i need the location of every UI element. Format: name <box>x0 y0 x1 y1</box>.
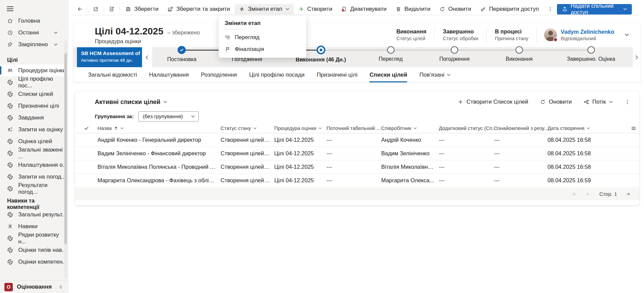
sidebar-item-assessment-procedures[interactable]: Процедури оцінки <box>0 64 68 76</box>
sidebar-item-home[interactable]: Головна <box>0 15 68 27</box>
column-header-status[interactable]: Статус стану <box>221 125 274 132</box>
tab-general[interactable]: Загальні відомості <box>88 67 137 82</box>
tab-distribution[interactable]: Розподілення <box>201 67 237 82</box>
cell-name[interactable]: Віталія Миколаївна Полянська - Провідний… <box>97 164 221 170</box>
sidebar-item-profile-goals[interactable]: Цілі профілю пос... <box>0 76 68 88</box>
flow-button[interactable]: Потік <box>583 99 613 105</box>
tab-settings[interactable]: Налаштування <box>149 67 189 82</box>
sidebar-item-assessment-settings[interactable]: Налаштування о... <box>0 159 68 171</box>
cell-extra-status: --- <box>439 177 494 184</box>
column-label: Поточний табельний ... <box>327 125 381 131</box>
cell-employee[interactable]: Андрій Коченко <box>381 137 439 143</box>
sidebar-scrollbar-thumb[interactable] <box>64 53 67 244</box>
table-row[interactable]: Маргарита Олександрова - Фахівець з облі… <box>75 174 639 187</box>
column-header-acknowledged[interactable]: Ознайомлений з резу... <box>494 125 548 132</box>
stage-pogodzhennya-2[interactable]: Погодження <box>439 46 470 62</box>
sidebar-item-development-rows[interactable]: Рядки розвитку н... <box>0 232 68 244</box>
bpf-next-stages-button[interactable] <box>632 47 641 67</box>
stage-vykonannya-2[interactable]: Виконання <box>506 46 533 62</box>
refresh-button[interactable]: Оновити <box>435 4 476 14</box>
table-row[interactable]: Віталія Миколаївна Полянська - Провідний… <box>75 160 639 174</box>
more-commands-button[interactable] <box>543 4 557 14</box>
cell-current-tab: --- <box>327 177 381 184</box>
check-access-button[interactable]: Перевірити доступ <box>476 4 543 14</box>
tab-profile-goals[interactable]: Цілі профілю посади <box>249 67 305 82</box>
menu-item-preview[interactable]: Перегляд <box>219 31 306 43</box>
delete-button[interactable]: Видалити <box>391 4 435 14</box>
group-by-select[interactable]: (без групування) <box>138 111 199 122</box>
sidebar-item-assigned-goals[interactable]: Призначені цілі <box>0 100 68 112</box>
chevron-down-icon[interactable] <box>54 43 58 47</box>
column-header-current-tab[interactable]: Поточний табельний ... <box>327 125 381 132</box>
open-in-new-window-button[interactable] <box>89 4 103 14</box>
sidebar-item-skill-type-ratings[interactable]: Оцінки типів нав... <box>0 244 68 256</box>
sidebar-item-weighted-totals[interactable]: Загальні зважені ... <box>0 147 68 159</box>
sidebar-item-label: Загальні результ... <box>18 211 66 218</box>
table-header-row: Назва Статус стану Процедура оцінки Пото… <box>75 123 639 133</box>
menu-item-finalize[interactable]: Фіналізація <box>219 43 306 55</box>
subgrid-more-button[interactable] <box>624 99 631 105</box>
sidebar-item-assessment-requests[interactable]: Запити на оцінку <box>0 124 68 135</box>
stat-goal-status: Виконання Статус цілей <box>388 27 435 43</box>
column-header-created[interactable]: Дата створення <box>548 125 630 132</box>
select-all-column-header[interactable] <box>75 126 97 131</box>
sidebar-item-recent[interactable]: Останні <box>0 27 68 38</box>
cell-procedure[interactable]: Цілі 04-12.2025 <box>274 164 327 170</box>
sidebar-item-pinned[interactable]: Закріплено <box>0 38 68 50</box>
view-selector[interactable]: Активні списки цілей <box>95 98 167 106</box>
sidebar-item-goal-lists[interactable]: Списки цілей <box>0 88 68 100</box>
first-page-button[interactable] <box>572 192 577 196</box>
subgrid-refresh-button[interactable]: Оновити <box>540 99 572 105</box>
cell-employee[interactable]: Маргарита Олекса... <box>381 177 439 184</box>
owner-field[interactable]: Vadym Zelinichenko Відповідальний <box>537 28 614 41</box>
create-button[interactable]: Створити <box>294 4 337 14</box>
stage-zaversheno[interactable]: Завершено. Оцінка <box>567 46 615 62</box>
clock-icon <box>7 30 13 36</box>
column-header-employee[interactable]: Співробітник <box>381 125 439 132</box>
tab-goal-lists[interactable]: Списки цілей <box>369 67 407 82</box>
sidebar-item-competency-ratings[interactable]: Оцінки компетен... <box>0 256 68 268</box>
owner-name-link[interactable]: Vadym Zelinichenko <box>561 29 614 35</box>
table-row[interactable]: Вадим Зелініченко - Фінансовий директор … <box>75 147 639 160</box>
deactivate-button[interactable]: Деактивувати <box>337 4 391 14</box>
share-button[interactable]: Надати спільний доступ <box>557 4 632 15</box>
cell-name[interactable]: Андрій Коченко - Генеральний директор <box>97 137 221 143</box>
cell-acknowledged: --- <box>494 137 548 143</box>
cell-procedure[interactable]: Цілі 04-12.2025 <box>274 177 327 184</box>
previous-page-button[interactable] <box>586 192 590 196</box>
area-switcher[interactable]: O Оцінювання <box>0 281 68 293</box>
column-options-button[interactable] <box>630 126 639 131</box>
tab-assigned-goals[interactable]: Призначені цілі <box>317 67 358 82</box>
chevron-down-icon[interactable] <box>54 31 58 35</box>
chevron-down-icon[interactable] <box>624 32 629 37</box>
sidebar-item-skills[interactable]: Навики <box>0 220 68 232</box>
stage-postanovka[interactable]: Постановка <box>167 46 197 62</box>
change-stage-button[interactable]: Змінити етап <box>234 4 294 14</box>
back-button[interactable] <box>73 4 87 14</box>
bpf-collapse-button[interactable] <box>142 47 152 67</box>
hamburger-menu-icon[interactable] <box>7 5 13 12</box>
cell-procedure[interactable]: Цілі 04-12.2025 <box>274 150 327 157</box>
column-header-extra-status[interactable]: Додатковий статус (Сп... <box>439 125 494 132</box>
cell-name[interactable]: Вадим Зелініченко - Фінансовий директор <box>97 150 221 157</box>
column-header-procedure[interactable]: Процедура оцінки <box>274 125 327 132</box>
cell-employee[interactable]: Віталія Миколаївна... <box>381 164 439 170</box>
process-name-box[interactable]: SB HCM Assessment of ... Активно протяго… <box>77 47 142 67</box>
new-record-button[interactable] <box>105 4 118 14</box>
stage-pereglyad[interactable]: Перегляд <box>379 46 402 62</box>
cell-employee[interactable]: Вадим Зелініченко <box>381 150 439 157</box>
sidebar-item-goal-assessment[interactable]: Оцінка цілей <box>0 135 68 147</box>
cell-procedure[interactable]: Цілі 04-12.2025 <box>274 137 327 143</box>
tab-related[interactable]: Пов’язані <box>419 67 451 82</box>
sidebar-item-tasks[interactable]: Завдання <box>0 112 68 124</box>
sidebar-item-approval-results[interactable]: Результати погод... <box>0 183 68 194</box>
create-goal-list-button[interactable]: Створити Список цілей <box>457 99 528 105</box>
column-header-name[interactable]: Назва <box>97 125 221 132</box>
next-page-button[interactable] <box>626 192 631 196</box>
sidebar-item-approval-requests[interactable]: Запити на погод... <box>0 171 68 183</box>
sidebar-item-overall-results[interactable]: Загальні результ... <box>0 209 68 220</box>
save-button[interactable]: Зберегти <box>121 4 163 14</box>
table-row[interactable]: Андрій Коченко - Генеральний директор Ст… <box>75 133 639 147</box>
save-and-close-button[interactable]: Зберегти та закрити <box>163 4 234 14</box>
cell-name[interactable]: Маргарита Олександрова - Фахівець з облі… <box>97 177 221 184</box>
